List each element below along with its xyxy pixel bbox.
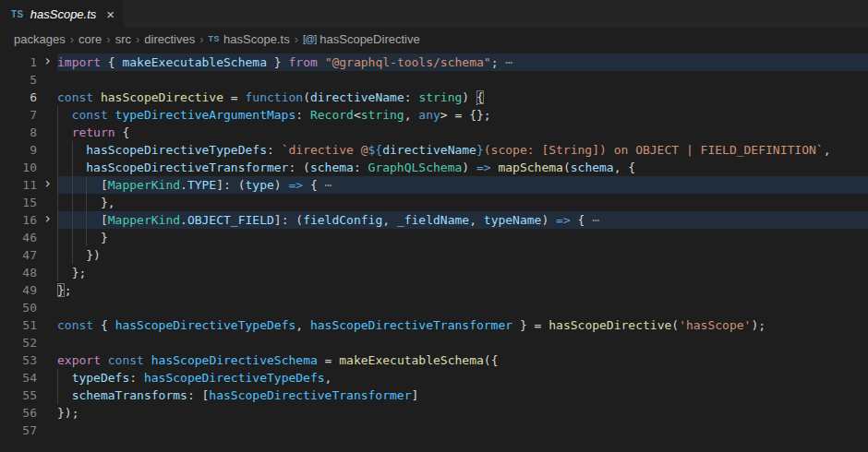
line-number[interactable]: 10 (0, 159, 37, 176)
gutter[interactable]: 48 (0, 264, 57, 281)
breadcrumb-item-label: hasScope.ts (223, 32, 290, 46)
fold-chevron-icon[interactable]: › (43, 53, 52, 70)
line-number[interactable]: 47 (0, 246, 37, 264)
fold-chevron-icon[interactable]: › (43, 175, 52, 193)
code-line[interactable]: 53export const hasScopeDirectiveSchema =… (0, 351, 868, 369)
code-line[interactable]: 15}, (0, 194, 868, 211)
line-number[interactable]: 50 (0, 299, 37, 316)
code-line[interactable]: 7const typeDirectiveArgumentMaps: Record… (0, 106, 868, 124)
line-number[interactable]: 54 (0, 369, 37, 387)
line-number[interactable]: 46 (0, 229, 37, 246)
code-line[interactable]: 10hasScopeDirectiveTransformer: (schema:… (0, 159, 868, 176)
gutter[interactable]: 53 (0, 351, 57, 369)
code-line[interactable]: 1›import { makeExecutableSchema } from "… (0, 54, 868, 71)
line-number[interactable]: 6 (0, 89, 37, 106)
code-line[interactable]: 57 (0, 422, 868, 439)
code-content: }); (57, 404, 868, 422)
gutter[interactable]: 57 (0, 422, 57, 439)
gutter[interactable]: 56 (0, 404, 57, 422)
code-content: typeDefs: hasScopeDirectiveTypeDefs, (57, 369, 868, 387)
line-number[interactable]: 53 (0, 351, 37, 369)
line-number[interactable]: 48 (0, 264, 37, 281)
code-line[interactable]: 6const hasScopeDirective = function(dire… (0, 89, 868, 106)
breadcrumb-item[interactable]: [@]hasScopeDirective (303, 32, 420, 46)
code-line[interactable]: 48}; (0, 264, 868, 281)
code-line[interactable]: 56}); (0, 404, 868, 422)
gutter[interactable]: 6 (0, 89, 57, 106)
breadcrumb-item-label: packages (14, 32, 66, 46)
breadcrumb: packages›core›src›directives›TShasScope.… (0, 28, 868, 50)
gutter[interactable]: 46 (0, 229, 57, 246)
gutter[interactable]: 52 (0, 334, 57, 351)
breadcrumb-item[interactable]: directives (144, 32, 195, 46)
line-number[interactable]: 9 (0, 141, 37, 159)
gutter[interactable]: 10 (0, 159, 57, 176)
gutter[interactable]: 16› (0, 211, 57, 229)
line-number[interactable]: 8 (0, 124, 37, 141)
gutter[interactable]: 15 (0, 194, 57, 211)
breadcrumb-item[interactable]: src (115, 32, 131, 46)
gutter[interactable]: 55 (0, 387, 57, 404)
line-number[interactable]: 51 (0, 316, 37, 334)
line-number[interactable]: 1 (0, 54, 37, 71)
code-content: return { (57, 124, 868, 141)
code-line[interactable]: 46} (0, 229, 868, 246)
line-number[interactable]: 16 (0, 211, 37, 229)
code-line[interactable]: 52 (0, 334, 868, 351)
code-content: [MapperKind.TYPE]: (type) => { ⋯ (57, 176, 868, 194)
tab-hasscope-ts[interactable]: TS hasScope.ts × (0, 0, 124, 28)
gutter[interactable]: 7 (0, 106, 57, 124)
code-content: import { makeExecutableSchema } from "@g… (57, 54, 868, 71)
gutter[interactable]: 50 (0, 299, 57, 316)
code-content: } (57, 229, 868, 246)
gutter[interactable]: 9 (0, 141, 57, 159)
code-line[interactable]: 50 (0, 299, 868, 316)
code-line[interactable]: 47}) (0, 246, 868, 264)
code-line[interactable]: 16›[MapperKind.OBJECT_FIELD]: (fieldConf… (0, 211, 868, 229)
gutter[interactable]: 1› (0, 54, 57, 71)
breadcrumb-item[interactable]: TShasScope.ts (209, 32, 290, 46)
breadcrumb-separator: › (295, 32, 298, 46)
line-number[interactable]: 57 (0, 422, 37, 439)
breadcrumb-item[interactable]: packages (14, 32, 66, 46)
line-number[interactable]: 11 (0, 176, 37, 194)
line-number[interactable]: 49 (0, 281, 37, 299)
line-number[interactable]: 55 (0, 387, 37, 404)
line-number[interactable]: 7 (0, 106, 37, 124)
line-number[interactable]: 15 (0, 194, 37, 211)
line-number[interactable]: 56 (0, 404, 37, 422)
gutter[interactable]: 49 (0, 281, 57, 299)
indent-guides (57, 124, 72, 141)
gutter[interactable]: 51 (0, 316, 57, 334)
code-line[interactable]: 49}; (0, 281, 868, 299)
code-content: }, (57, 194, 868, 211)
code-content: export const hasScopeDirectiveSchema = m… (57, 351, 868, 369)
gutter[interactable]: 54 (0, 369, 57, 387)
breadcrumb-item-label: src (115, 32, 131, 46)
code-line[interactable]: 54typeDefs: hasScopeDirectiveTypeDefs, (0, 369, 868, 387)
indent-guides (57, 387, 72, 404)
code-line[interactable]: 11›[MapperKind.TYPE]: (type) => { ⋯ (0, 176, 868, 194)
code-line[interactable]: 8return { (0, 124, 868, 141)
breadcrumb-item[interactable]: core (78, 32, 102, 46)
line-number[interactable]: 5 (0, 71, 37, 89)
indent-guides (57, 264, 72, 281)
code-content: hasScopeDirectiveTypeDefs: `directive @$… (57, 141, 868, 159)
line-number[interactable]: 52 (0, 334, 37, 351)
close-icon[interactable]: × (106, 7, 115, 21)
indent-guides (57, 194, 101, 211)
gutter[interactable]: 47 (0, 246, 57, 264)
breadcrumb-separator: › (136, 32, 139, 46)
gutter[interactable]: 8 (0, 124, 57, 141)
fold-chevron-icon[interactable]: › (43, 210, 52, 228)
code-line[interactable]: 51const { hasScopeDirectiveTypeDefs, has… (0, 316, 868, 334)
code-line[interactable]: 9hasScopeDirectiveTypeDefs: `directive @… (0, 141, 868, 159)
code-line[interactable]: 55schemaTransforms: [hasScopeDirectiveTr… (0, 387, 868, 404)
code-content: }) (57, 246, 868, 264)
gutter[interactable]: 11› (0, 176, 57, 194)
gutter[interactable]: 5 (0, 71, 57, 89)
code-line[interactable]: 5 (0, 71, 868, 89)
code-content: [MapperKind.OBJECT_FIELD]: (fieldConfig,… (57, 211, 868, 229)
code-content: schemaTransforms: [hasScopeDirectiveTran… (57, 387, 868, 404)
code-editor[interactable]: 1›import { makeExecutableSchema } from "… (0, 50, 868, 452)
